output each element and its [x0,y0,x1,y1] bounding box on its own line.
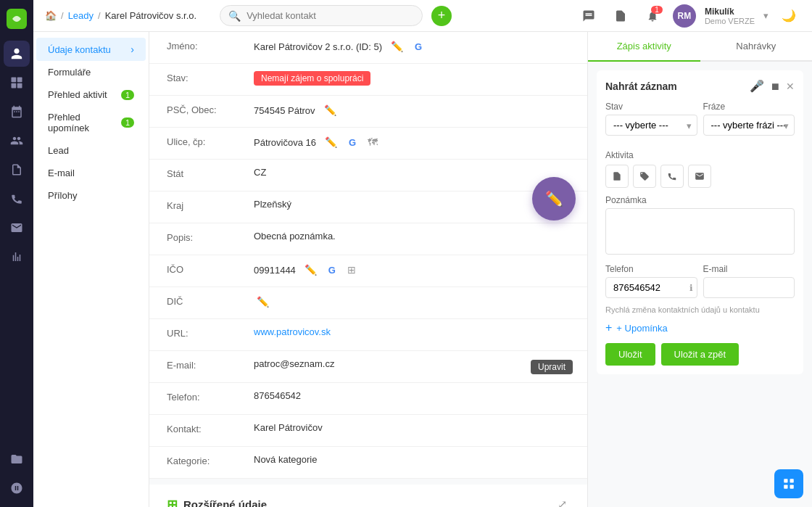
close-record-icon[interactable]: ✕ [786,81,795,92]
sidebar-item-udaje-kontaktu[interactable]: Údaje kontaktu › [36,38,146,61]
email-right-label: E-mail [703,264,795,274]
home-icon[interactable]: 🏠 [45,10,57,21]
documents-button[interactable] [609,4,632,28]
nav-phone[interactable] [4,186,30,212]
value-url: www.patrovicov.sk [254,326,570,337]
nav-folder[interactable] [4,446,30,472]
label-kontakt: Kontakt: [167,422,254,434]
label-email: E-mail: [167,358,254,371]
svg-rect-2 [17,78,22,83]
upominek-badge: 1 [121,118,134,128]
user-avatar[interactable]: RM [673,4,696,28]
field-kontakt: Kontakt: Karel Pátrovičov [149,415,587,447]
edit-ico-icon[interactable]: ✏️ [302,263,320,277]
reminder-label: + Upomínka [616,323,667,334]
tab-zapis-aktivity[interactable]: Zápis aktivity [588,32,700,62]
nav-contacts[interactable] [4,41,30,67]
arrow-right-icon: › [130,44,134,55]
google-ulice-icon[interactable]: G [346,136,359,149]
telefon-input[interactable] [605,277,697,298]
sidebar: Údaje kontaktu › Formuláře Přehled aktiv… [33,32,149,507]
label-kraj: Kraj [167,199,254,211]
activity-tag-icon[interactable] [633,165,656,188]
plus-icon: + [605,321,612,334]
mic-icon[interactable]: 🎤 [750,79,764,93]
label-popis: Popis: [167,231,254,243]
grid-button[interactable] [774,469,803,498]
nav-people[interactable] [4,128,30,154]
user-info[interactable]: Mikulík Demo VERZE [705,7,755,25]
search-bar: 🔍 [220,5,423,26]
messages-button[interactable] [577,4,600,28]
search-input[interactable] [220,5,423,26]
label-kategorie: Kategorie: [167,454,254,466]
value-kategorie: Nová kategorie [254,454,570,465]
user-name: Mikulík [705,7,755,17]
add-button[interactable]: + [431,6,452,26]
sidebar-item-prilohy[interactable]: Přílohy [36,184,146,207]
upravit-overlay[interactable]: Upravit [531,360,573,374]
nav-calendar[interactable] [4,99,30,125]
fraze-select[interactable]: --- vyberte frázi --- [703,115,795,136]
stav-select[interactable]: --- vyberte --- [605,115,697,136]
poznamka-label: Poznámka [605,195,795,205]
activity-note-icon[interactable] [605,165,629,188]
save-back-button[interactable]: Uložit a zpět [661,343,740,366]
breadcrumb-leady[interactable]: Leady [68,10,94,21]
floating-edit-button[interactable]: ✏️ [532,177,576,220]
nav-dashboard[interactable] [4,70,30,96]
nav-documents[interactable] [4,157,30,183]
quick-change-note: Rychlá změna kontaktních údajů u kontakt… [605,305,795,314]
extra-ico-icon[interactable]: ⊞ [344,263,359,277]
value-kraj: Plzeňský [254,199,570,210]
email-right-input[interactable] [703,277,795,298]
field-kategorie: Kategorie: Nová kategorie [149,447,587,479]
edit-ulice-icon[interactable]: ✏️ [322,135,340,149]
sidebar-item-prehled-aktivit[interactable]: Přehled aktivit 1 [36,83,146,106]
svg-rect-8 [790,485,794,489]
activity-email-icon[interactable] [688,165,711,188]
main-content: Jméno: Karel Pátrovičov 2 s.r.o. (ID: 5)… [149,32,812,507]
telefon-group: Telefon ℹ [605,264,697,298]
google-ico-icon[interactable]: G [326,263,339,277]
extended-header: ⊞ Rozšířené údaje ⤢ [167,496,570,507]
chevron-down-icon[interactable]: ▾ [763,10,768,21]
field-psc: PSČ, Obec: 754545 Pátrov ✏️ [149,96,587,128]
field-stat: Stát CZ [149,160,587,191]
value-dic: ✏️ [254,294,570,309]
nav-email[interactable] [4,215,30,241]
right-tabs: Zápis aktivity Nahrávky [588,32,812,62]
edit-dic-icon[interactable]: ✏️ [254,294,272,309]
map-ulice-icon[interactable]: 🗺 [365,135,381,149]
tab-nahravky[interactable]: Nahrávky [700,32,813,60]
field-telefon: Telefon: 876546542 [149,383,587,415]
app-logo [4,6,30,32]
email-right-group: E-mail [703,264,795,298]
theme-button[interactable]: 🌙 [777,4,800,28]
field-ulice: Ulice, čp: Pátrovičova 16 ✏️ G 🗺 [149,128,587,160]
sidebar-item-formulare[interactable]: Formuláře [36,61,146,83]
stop-icon[interactable]: ⏹ [770,81,780,92]
phone-info-icon: ℹ [689,283,693,293]
sidebar-item-prehled-upominek[interactable]: Přehled upomínek 1 [36,106,146,139]
sidebar-item-email[interactable]: E-mail [36,162,146,184]
value-email: patroc@seznam.cz Upravit [254,358,570,369]
poznamka-textarea[interactable] [605,208,795,255]
record-title: Nahrát záznam [605,81,677,92]
activity-icons [605,165,795,188]
label-jmeno: Jméno: [167,39,254,51]
activity-phone-icon[interactable] [660,165,684,188]
save-button[interactable]: Uložit [605,343,655,366]
svg-rect-3 [12,83,17,88]
notifications-button[interactable]: 1 [641,4,664,28]
edit-psc-icon[interactable]: ✏️ [321,103,339,118]
edit-jmeno-icon[interactable]: ✏️ [388,39,406,54]
nav-analytics[interactable] [4,244,30,270]
extended-section-icon: ⊞ [167,497,178,508]
sidebar-item-lead[interactable]: Lead [36,139,146,162]
reminder-row[interactable]: + + Upomínka [605,321,795,334]
record-section: Nahrát záznam 🎤 ⏹ ✕ Stav --- vyberte --- [597,70,803,374]
expand-icon[interactable]: ⤢ [555,496,570,507]
google-jmeno-icon[interactable]: G [412,40,425,54]
nav-team[interactable] [4,475,30,501]
